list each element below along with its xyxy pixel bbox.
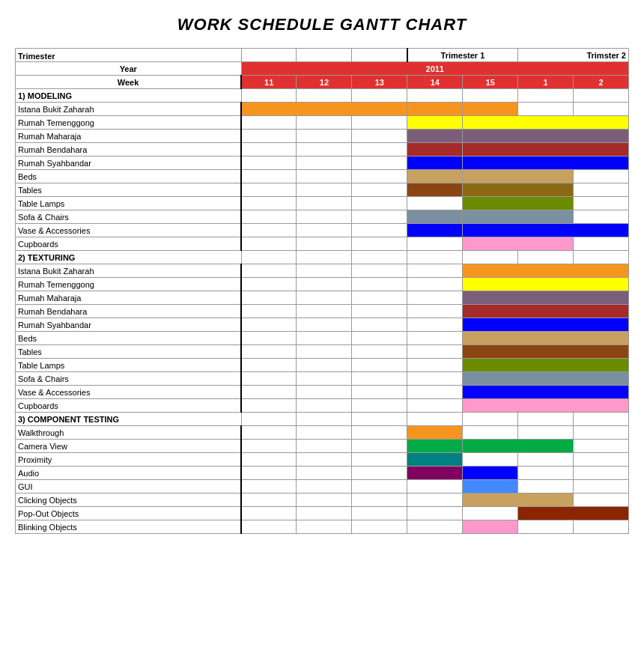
gantt-bar	[407, 143, 463, 157]
data-row: Blinking Objects	[16, 520, 629, 534]
data-row: Rumah Bendahara	[16, 305, 629, 318]
row-label: GUI	[16, 480, 242, 493]
row-label: Istana Bukit Zaharah	[16, 103, 242, 116]
row-label: Camera View	[16, 440, 242, 453]
row-label: Cupboards	[16, 237, 242, 251]
gantt-bar	[407, 440, 463, 453]
data-row: Camera View	[16, 440, 629, 453]
data-row: Rumah Bendahara	[16, 143, 629, 157]
data-row: Walkthrough	[16, 426, 629, 440]
gantt-bar	[463, 318, 629, 332]
row-label: Table Lamps	[16, 197, 242, 210]
gantt-bar	[463, 224, 629, 237]
data-row: Table Lamps	[16, 359, 629, 372]
row-label: Rumah Maharaja	[16, 291, 242, 305]
section-row: 3) COMPONENT TESTING	[16, 413, 629, 426]
data-row: Rumah Syahbandar	[16, 318, 629, 332]
gantt-bar	[463, 386, 629, 399]
gantt-bar	[518, 507, 629, 520]
gantt-bar	[463, 305, 629, 318]
gantt-bar	[407, 453, 463, 467]
data-row: Rumah Temenggong	[16, 116, 629, 130]
row-label: 3) COMPONENT TESTING	[16, 413, 242, 426]
row-label: Rumah Bendahara	[16, 143, 242, 157]
gantt-bar	[407, 224, 463, 237]
gantt-bar	[407, 183, 463, 197]
gantt-bar	[463, 291, 629, 305]
gantt-bar	[463, 493, 574, 507]
row-label: Rumah Syahbandar	[16, 157, 242, 170]
gantt-bar	[463, 399, 629, 413]
gantt-bar	[463, 157, 629, 170]
data-row: Rumah Syahbandar	[16, 157, 629, 170]
data-row: Beds	[16, 332, 629, 345]
row-label: Beds	[16, 332, 242, 345]
gantt-bar	[407, 130, 463, 143]
data-row: Pop-Out Objects	[16, 507, 629, 520]
gantt-bar	[407, 170, 463, 183]
gantt-bar	[407, 157, 463, 170]
gantt-bar	[463, 520, 518, 534]
row-label: 1) MODELING	[16, 89, 242, 103]
row-label: Vase & Accessories	[16, 386, 242, 399]
row-label: Rumah Maharaja	[16, 130, 242, 143]
data-row: Vase & Accessories	[16, 386, 629, 399]
gantt-bar	[463, 130, 629, 143]
gantt-bar	[407, 426, 463, 440]
row-label: Blinking Objects	[16, 520, 242, 534]
row-label: Pop-Out Objects	[16, 507, 242, 520]
data-row: Istana Bukit Zaharah	[16, 264, 629, 278]
data-row: Cupboards	[16, 399, 629, 413]
gantt-bar	[463, 197, 574, 210]
section-row: 1) MODELING	[16, 89, 629, 103]
row-label: Table Lamps	[16, 359, 242, 372]
gantt-bar	[463, 237, 574, 251]
row-label: Tables	[16, 345, 242, 359]
gantt-bar	[407, 210, 463, 224]
row-label: Proximity	[16, 453, 242, 467]
gantt-chart: TrimesterTrimester 1Trimster 2Year2011We…	[15, 48, 629, 534]
gantt-bar	[407, 467, 463, 480]
data-row: Istana Bukit Zaharah	[16, 103, 629, 116]
gantt-bar	[463, 467, 518, 480]
row-label: Rumah Temenggong	[16, 278, 242, 291]
page-title: WORK SCHEDULE GANTT CHART	[15, 15, 629, 34]
row-label: 2) TEXTURING	[16, 251, 242, 264]
gantt-bar	[463, 264, 629, 278]
gantt-bar	[463, 440, 574, 453]
row-label: Tables	[16, 183, 242, 197]
row-label: Rumah Syahbandar	[16, 318, 242, 332]
row-label: Rumah Temenggong	[16, 116, 242, 130]
row-label: Sofa & Chairs	[16, 372, 242, 386]
row-label: Istana Bukit Zaharah	[16, 264, 242, 278]
gantt-bar	[463, 143, 629, 157]
row-label: Walkthrough	[16, 426, 242, 440]
data-row: GUI	[16, 480, 629, 493]
row-label: Beds	[16, 170, 242, 183]
row-label: Clicking Objects	[16, 493, 242, 507]
row-label: Audio	[16, 467, 242, 480]
data-row: Audio	[16, 467, 629, 480]
row-label: Sofa & Chairs	[16, 210, 242, 224]
gantt-bar	[463, 170, 574, 183]
gantt-bar	[407, 103, 463, 116]
data-row: Rumah Maharaja	[16, 291, 629, 305]
gantt-bar	[463, 183, 574, 197]
data-row: Table Lamps	[16, 197, 629, 210]
data-row: Tables	[16, 183, 629, 197]
data-row: Sofa & Chairs	[16, 210, 629, 224]
data-row: Sofa & Chairs	[16, 372, 629, 386]
gantt-bar	[463, 480, 518, 493]
gantt-bar	[463, 116, 629, 130]
data-row: Vase & Accessories	[16, 224, 629, 237]
row-label: Rumah Bendahara	[16, 305, 242, 318]
section-row: 2) TEXTURING	[16, 251, 629, 264]
data-row: Rumah Maharaja	[16, 130, 629, 143]
gantt-bar	[463, 359, 629, 372]
gantt-bar	[463, 372, 629, 386]
row-label: Cupboards	[16, 399, 242, 413]
data-row: Proximity	[16, 453, 629, 467]
gantt-bar	[463, 278, 629, 291]
row-label: Vase & Accessories	[16, 224, 242, 237]
gantt-bar	[463, 345, 629, 359]
